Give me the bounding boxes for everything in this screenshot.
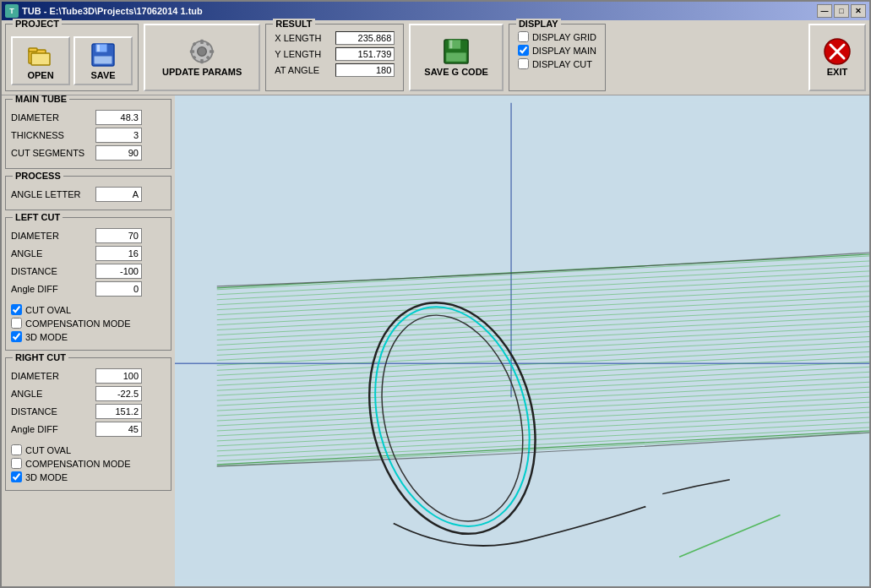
exit-icon [824,38,851,65]
left-angle-row: ANGLE [11,246,166,261]
right-3d-checkbox[interactable] [11,471,22,482]
minimize-button[interactable]: — [817,4,832,18]
title-bar: T TUB - E:\Tube3D\Projects\17062014 1.tu… [2,2,869,20]
left-cut-group-label: LEFT CUT [13,212,63,222]
display-grid-checkbox[interactable] [518,31,529,42]
svg-rect-6 [94,56,112,64]
save-gcode-icon [443,38,470,65]
open-label: OPEN [27,70,53,80]
main-tube-group: MAIN TUBE DIAMETER THICKNESS CUT SEGMENT… [5,99,171,169]
open-button[interactable]: OPEN [11,36,70,85]
right-diameter-label: DIAMETER [11,371,95,381]
svg-rect-10 [200,59,204,63]
svg-rect-12 [210,50,214,53]
right-cut-oval-checkbox[interactable] [11,444,22,455]
right-diameter-row: DIAMETER [11,368,166,384]
svg-point-8 [198,47,207,57]
x-length-value[interactable] [335,31,395,45]
display-main-row: DISPLAY MAIN [518,45,596,56]
display-cut-checkbox[interactable] [518,58,529,69]
left-compensation-row: COMPENSATION MODE [11,318,166,329]
at-angle-value[interactable] [335,63,395,77]
main-content: MAIN TUBE DIAMETER THICKNESS CUT SEGMENT… [2,95,869,586]
left-diameter-input[interactable] [95,228,142,243]
svg-rect-5 [97,45,100,52]
left-cut-oval-label: CUT OVAL [25,305,71,315]
project-group: PROJECT OPEN [5,24,139,91]
right-3d-label: 3D MODE [25,472,68,482]
update-params-button[interactable]: UPDATE PARAMS [144,24,260,91]
left-3d-row: 3D MODE [11,331,166,342]
left-distance-row: DISTANCE [11,264,166,279]
svg-rect-11 [190,50,194,53]
y-length-row: Y LENGTH [275,47,395,61]
angle-letter-input[interactable] [95,187,142,202]
cut-segments-label: CUT SEGMENTS [11,148,95,158]
window-title: TUB - E:\Tube3D\Projects\17062014 1.tub [22,6,203,16]
display-group: DISPLAY DISPLAY GRID DISPLAY MAIN DISPLA… [509,24,606,91]
left-compensation-checkbox[interactable] [11,318,22,329]
right-angle-row: ANGLE [11,386,166,401]
right-compensation-row: COMPENSATION MODE [11,458,166,469]
svg-rect-1 [29,48,37,52]
save-gcode-button[interactable]: SAVE G CODE [409,24,504,91]
left-angle-diff-input[interactable] [95,281,142,297]
diameter-input[interactable] [95,110,142,125]
exit-label: EXIT [827,67,847,77]
right-angle-input[interactable] [95,386,142,401]
save-button[interactable]: SAVE [73,36,133,85]
app-icon: T [5,4,19,18]
diameter-label: DIAMETER [11,112,95,122]
x-length-row: X LENGTH [275,31,395,45]
display-cut-row: DISPLAY CUT [518,58,596,69]
right-compensation-checkbox[interactable] [11,458,22,469]
left-cut-group: LEFT CUT DIAMETER ANGLE DISTANCE Angle D… [5,217,171,351]
left-3d-label: 3D MODE [25,332,68,342]
diameter-row: DIAMETER [11,110,166,125]
at-angle-row: AT ANGLE [275,63,395,77]
result-group: RESULT X LENGTH Y LENGTH AT ANGLE [265,24,404,91]
svg-rect-24 [175,103,869,579]
display-main-checkbox[interactable] [518,45,529,56]
maximize-button[interactable]: □ [834,4,849,18]
open-icon [27,41,54,68]
right-angle-diff-input[interactable] [95,422,142,437]
right-diameter-input[interactable] [95,368,142,384]
save-gcode-label: SAVE G CODE [424,67,488,77]
y-length-value[interactable] [335,47,395,61]
svg-rect-9 [200,40,204,44]
left-distance-label: DISTANCE [11,266,95,276]
left-cut-oval-checkbox[interactable] [11,304,22,315]
display-group-label: DISPLAY [516,19,561,29]
right-cut-oval-row: CUT OVAL [11,444,166,455]
svg-rect-20 [446,52,466,62]
left-3d-checkbox[interactable] [11,331,22,342]
close-button[interactable]: ✕ [851,4,866,18]
display-grid-label: DISPLAY GRID [532,32,596,42]
thickness-input[interactable] [95,128,142,143]
right-3d-row: 3D MODE [11,471,166,482]
left-angle-diff-row: Angle DIFF [11,281,166,297]
update-params-icon [188,38,215,65]
right-distance-input[interactable] [95,404,142,419]
svg-rect-2 [31,53,50,65]
angle-letter-label: ANGLE LETTER [11,189,95,199]
main-tube-group-label: MAIN TUBE [13,95,69,104]
right-cut-group-label: RIGHT CUT [13,352,68,362]
left-diameter-row: DIAMETER [11,228,166,243]
exit-button[interactable]: EXIT [808,24,866,91]
cut-segments-input[interactable] [95,145,142,161]
x-length-label: X LENGTH [275,33,332,43]
left-distance-input[interactable] [95,264,142,279]
left-diameter-label: DIAMETER [11,231,95,241]
display-main-label: DISPLAY MAIN [532,46,596,56]
update-params-label: UPDATE PARAMS [162,67,242,77]
right-angle-diff-label: Angle DIFF [11,424,95,434]
display-cut-label: DISPLAY CUT [532,59,592,69]
left-angle-input[interactable] [95,246,142,261]
cut-segments-row: CUT SEGMENTS [11,145,166,161]
right-angle-label: ANGLE [11,389,95,399]
left-angle-diff-label: Angle DIFF [11,284,95,294]
right-cut-oval-label: CUT OVAL [25,445,71,455]
top-bar: PROJECT OPEN [2,20,869,95]
